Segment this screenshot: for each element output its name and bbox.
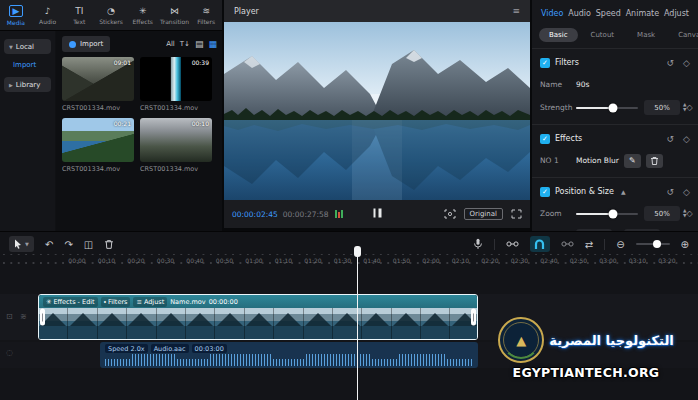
keyframe-icon[interactable]: ◇ bbox=[683, 134, 690, 144]
grid-view-icon[interactable]: ▦ bbox=[208, 39, 217, 49]
zoom-slider[interactable] bbox=[576, 213, 638, 215]
tab-audio[interactable]: ♪ Audio bbox=[32, 0, 64, 30]
reset-icon[interactable]: ↺ bbox=[667, 58, 675, 68]
timeline-zoom-knob[interactable] bbox=[653, 240, 661, 248]
list-view-icon[interactable]: ▤ bbox=[195, 39, 204, 49]
sort-icon[interactable]: T↓ bbox=[180, 40, 190, 48]
video-clip[interactable]: ✳Effects - Edit ⬩Filters ≡Adjust Name.mo… bbox=[38, 294, 478, 340]
zoom-keyframe-icon[interactable]: ◇ bbox=[686, 209, 692, 218]
pencil-icon: ✎ bbox=[629, 156, 636, 165]
fit-frame-icon[interactable] bbox=[444, 209, 456, 219]
quality-selector[interactable]: Original bbox=[464, 208, 503, 220]
strength-value[interactable]: 50% bbox=[644, 100, 680, 115]
subtab-mask[interactable]: Mask bbox=[627, 28, 665, 42]
strength-keyframe-icon[interactable]: ◇ bbox=[686, 103, 692, 112]
strength-slider-knob[interactable] bbox=[609, 103, 618, 112]
filter-all-label[interactable]: All bbox=[166, 40, 175, 48]
split-button[interactable]: ◫ bbox=[84, 239, 93, 250]
preview-axis-button[interactable]: ⇄ bbox=[585, 239, 593, 250]
toolbar-divider bbox=[494, 239, 495, 250]
media-item-2[interactable]: 00:39 bbox=[140, 57, 212, 101]
keyframe-icon[interactable]: ◇ bbox=[683, 58, 690, 68]
tab-transition[interactable]: ⋈ Transition bbox=[159, 0, 191, 30]
filmstrip-frame bbox=[333, 308, 362, 339]
video-track-toggle-icon[interactable]: ⊡ bbox=[6, 312, 13, 321]
total-duration: 00:00:27:58 bbox=[283, 210, 329, 219]
tab-animate[interactable]: Animate bbox=[626, 9, 660, 18]
zoom-label: Zoom bbox=[540, 209, 576, 218]
strength-slider[interactable] bbox=[576, 107, 638, 109]
delete-button[interactable] bbox=[104, 239, 114, 250]
tab-effects[interactable]: ✳ Effects bbox=[127, 0, 159, 30]
scopes-icon[interactable] bbox=[335, 210, 343, 218]
tab-speed[interactable]: Speed bbox=[596, 9, 621, 18]
delete-effect-button[interactable] bbox=[646, 154, 663, 168]
magnet-toggle-button[interactable] bbox=[530, 236, 550, 252]
fullscreen-icon[interactable] bbox=[511, 209, 522, 219]
pause-button[interactable] bbox=[372, 209, 383, 220]
tab-media[interactable]: ▶ Media bbox=[0, 0, 32, 30]
audio-speed-badge[interactable]: Speed 2.0x bbox=[105, 344, 148, 353]
filters-title: Filters bbox=[555, 58, 579, 67]
clip-adjust-badge[interactable]: ≡Adjust bbox=[133, 297, 167, 307]
unlink-button[interactable] bbox=[561, 240, 574, 248]
position-checkbox[interactable]: ✓ bbox=[540, 187, 550, 197]
tab-text[interactable]: TI Text bbox=[63, 0, 95, 30]
reset-icon[interactable]: ↺ bbox=[667, 187, 675, 197]
media-filter-group: All T↓ ▤ ▦ bbox=[166, 39, 217, 49]
media-item-3[interactable]: 00:21 bbox=[62, 118, 134, 162]
zoom-value[interactable]: 50% bbox=[644, 206, 680, 221]
audio-clip-header: Speed 2.0x Audio.aac 00:03:00 bbox=[100, 342, 478, 353]
link-button[interactable] bbox=[506, 240, 519, 248]
clip-filters-badge[interactable]: ⬩Filters bbox=[101, 297, 131, 307]
timeline-ruler[interactable]: 00:00 00:10 00:20 00:30 00:40 00:50 01:0… bbox=[0, 254, 698, 269]
tab-stickers[interactable]: ◔ Stickers bbox=[95, 0, 127, 30]
clip-effects-badge[interactable]: ✳Effects - Edit bbox=[43, 297, 98, 307]
sidebar-item-library-label: Library bbox=[16, 81, 40, 89]
video-frame bbox=[224, 22, 530, 200]
top-toolbar: ▶ Media ♪ Audio TI Text ◔ Stickers ✳ Eff… bbox=[0, 0, 222, 31]
redo-button[interactable]: ↷ bbox=[64, 239, 72, 250]
undo-button[interactable]: ↶ bbox=[45, 239, 53, 250]
tab-video[interactable]: Video bbox=[541, 9, 563, 18]
player-menu-icon[interactable]: ≡ bbox=[512, 6, 520, 16]
reset-icon[interactable]: ↺ bbox=[667, 134, 675, 144]
media-item-3-duration: 00:21 bbox=[114, 120, 131, 127]
keyframe-icon[interactable]: ◇ bbox=[683, 187, 690, 197]
effect-name-value: Motion Blur bbox=[576, 156, 619, 165]
timeline-zoom-in-button[interactable]: ⊕ bbox=[681, 239, 689, 250]
subtab-canvas[interactable]: Canvas bbox=[668, 28, 698, 42]
timeline-zoom-slider[interactable] bbox=[636, 243, 670, 245]
timeline-zoom-out-button[interactable]: ⊖ bbox=[616, 239, 624, 250]
select-tool-button[interactable]: ▼ bbox=[9, 236, 34, 252]
subtab-basic[interactable]: Basic bbox=[539, 28, 578, 42]
ruler-label: 02:20 bbox=[481, 257, 498, 264]
media-item-4[interactable]: 00:10 bbox=[140, 118, 212, 162]
player-viewport[interactable] bbox=[224, 22, 530, 200]
audio-waveform bbox=[105, 354, 473, 366]
tab-audio-inspector[interactable]: Audio bbox=[568, 9, 591, 18]
import-button[interactable]: Import bbox=[62, 36, 110, 52]
collapse-icon[interactable]: ▲ bbox=[621, 188, 626, 195]
subtab-cutout[interactable]: Cutout bbox=[581, 28, 625, 42]
clip-trim-handle-left[interactable] bbox=[40, 309, 45, 326]
tab-adjust[interactable]: Adjust bbox=[664, 9, 689, 18]
zoom-slider-knob[interactable] bbox=[609, 209, 618, 218]
record-voiceover-button[interactable] bbox=[473, 238, 483, 250]
effects-icon: ✳ bbox=[139, 6, 147, 16]
effects-checkbox[interactable]: ✓ bbox=[540, 134, 550, 144]
sidebar-item-local[interactable]: ▼ Local bbox=[4, 39, 51, 54]
audio-track-toggle-icon[interactable]: ◌ bbox=[6, 348, 13, 357]
filter-name-value[interactable]: 90s bbox=[576, 80, 589, 89]
media-item-1[interactable]: 09:01 bbox=[62, 57, 134, 101]
sidebar-item-import[interactable]: Import bbox=[13, 61, 55, 69]
effects-section-header: ✓ Effects ↺ ◇ bbox=[540, 132, 690, 145]
clip-trim-handle-right[interactable] bbox=[471, 309, 476, 326]
sidebar-item-library[interactable]: ▶ Library bbox=[4, 77, 51, 92]
filters-checkbox[interactable]: ✓ bbox=[540, 58, 550, 68]
audio-clip[interactable]: Speed 2.0x Audio.aac 00:03:00 bbox=[100, 342, 478, 368]
tab-filters[interactable]: ≋ Filters bbox=[190, 0, 222, 30]
edit-effect-button[interactable]: ✎ bbox=[624, 154, 641, 168]
sliders-icon: ≡ bbox=[136, 298, 141, 306]
video-track-mute-icon[interactable]: ≋ bbox=[20, 312, 27, 321]
